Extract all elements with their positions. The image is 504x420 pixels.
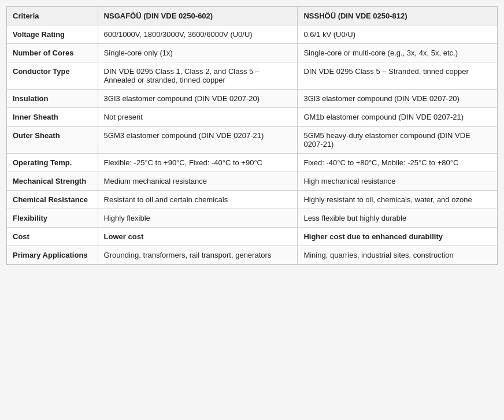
cell-nsgafou: Lower cost (98, 228, 298, 246)
table-row: Chemical ResistanceResistant to oil and … (7, 191, 498, 209)
cell-nsgafou: Not present (98, 108, 298, 127)
cell-nsgafou: DIN VDE 0295 Class 1, Class 2, and Class… (98, 62, 298, 90)
comparison-table: Criteria NSGAFÖÜ (DIN VDE 0250-602) NSSH… (6, 6, 498, 265)
cell-nsshow: High mechanical resistance (298, 172, 498, 191)
cell-nsgafou: Resistant to oil and certain chemicals (98, 191, 298, 209)
cell-criteria: Chemical Resistance (7, 191, 98, 209)
cell-criteria: Primary Applications (7, 246, 98, 265)
header-nsshow: NSSHÖÜ (DIN VDE 0250-812) (298, 7, 498, 25)
cell-nsshow: DIN VDE 0295 Class 5 – Stranded, tinned … (298, 62, 498, 90)
cell-nsgafou: Grounding, transformers, rail transport,… (98, 246, 298, 265)
header-nsgafou: NSGAFÖÜ (DIN VDE 0250-602) (98, 7, 298, 25)
cell-criteria: Number of Cores (7, 44, 98, 62)
table-row: Mechanical StrengthMedium mechanical res… (7, 172, 498, 191)
cell-nsshow: 0.6/1 kV (U0/U) (298, 25, 498, 44)
cell-criteria: Inner Sheath (7, 108, 98, 127)
cell-nsshow: Higher cost due to enhanced durability (298, 228, 498, 246)
cell-nsgafou: Single-core only (1x) (98, 44, 298, 62)
table-row: FlexibilityHighly flexibleLess flexible … (7, 209, 498, 228)
cell-nsshow: Fixed: -40°C to +80°C, Mobile: -25°C to … (298, 154, 498, 172)
cell-nsshow: Mining, quarries, industrial sites, cons… (298, 246, 498, 265)
cell-criteria: Cost (7, 228, 98, 246)
cell-nsshow: Highly resistant to oil, chemicals, wate… (298, 191, 498, 209)
cell-criteria: Mechanical Strength (7, 172, 98, 191)
cell-criteria: Outer Sheath (7, 127, 98, 154)
cell-criteria: Insulation (7, 90, 98, 108)
cell-nsshow: 3GI3 elastomer compound (DIN VDE 0207-20… (298, 90, 498, 108)
table-row: Primary ApplicationsGrounding, transform… (7, 246, 498, 265)
cell-criteria: Flexibility (7, 209, 98, 228)
table-row: Insulation3GI3 elastomer compound (DIN V… (7, 90, 498, 108)
table-row: Outer Sheath5GM3 elastomer compound (DIN… (7, 127, 498, 154)
table-row: Operating Temp.Flexible: -25°C to +90°C,… (7, 154, 498, 172)
table-row: CostLower costHigher cost due to enhance… (7, 228, 498, 246)
cell-nsgafou: Medium mechanical resistance (98, 172, 298, 191)
cell-nsgafou: 5GM3 elastomer compound (DIN VDE 0207-21… (98, 127, 298, 154)
cell-nsshow: Single-core or multi-core (e.g., 3x, 4x,… (298, 44, 498, 62)
cell-nsshow: GM1b elastomer compound (DIN VDE 0207-21… (298, 108, 498, 127)
cell-nsgafou: Flexible: -25°C to +90°C, Fixed: -40°C t… (98, 154, 298, 172)
cell-nsshow: Less flexible but highly durable (298, 209, 498, 228)
table-body: Voltage Rating600/1000V, 1800/3000V, 360… (7, 25, 498, 265)
cell-nsgafou: Highly flexible (98, 209, 298, 228)
cell-nsshow: 5GM5 heavy-duty elastomer compound (DIN … (298, 127, 498, 154)
comparison-table-wrapper: Criteria NSGAFÖÜ (DIN VDE 0250-602) NSSH… (6, 6, 498, 265)
table-row: Conductor TypeDIN VDE 0295 Class 1, Clas… (7, 62, 498, 90)
cell-nsgafou: 3GI3 elastomer compound (DIN VDE 0207-20… (98, 90, 298, 108)
cell-criteria: Operating Temp. (7, 154, 98, 172)
table-header-row: Criteria NSGAFÖÜ (DIN VDE 0250-602) NSSH… (7, 7, 498, 25)
header-criteria: Criteria (7, 7, 98, 25)
cell-nsgafou: 600/1000V, 1800/3000V, 3600/6000V (U0/U) (98, 25, 298, 44)
table-row: Inner SheathNot presentGM1b elastomer co… (7, 108, 498, 127)
table-row: Voltage Rating600/1000V, 1800/3000V, 360… (7, 25, 498, 44)
cell-criteria: Conductor Type (7, 62, 98, 90)
table-row: Number of CoresSingle-core only (1x)Sing… (7, 44, 498, 62)
cell-criteria: Voltage Rating (7, 25, 98, 44)
